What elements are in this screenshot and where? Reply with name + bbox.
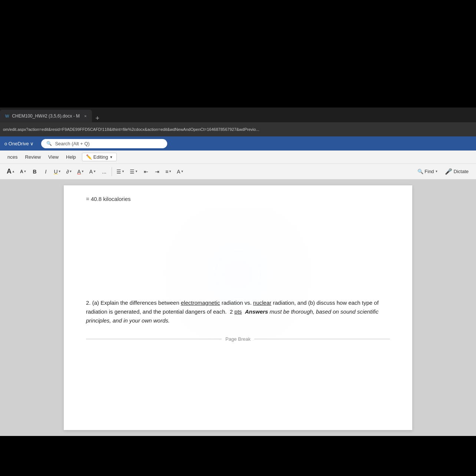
font-caret-down: ▼ — [24, 170, 27, 173]
list1-arrow: ▼ — [122, 170, 125, 173]
menu-bar: nces Review View Help ✏️ Editing ▼ — [0, 151, 476, 164]
font-caret-up: ▲ — [12, 170, 15, 173]
highlight-icon: ∂ — [66, 169, 69, 175]
style-icon: A — [177, 169, 180, 175]
svg-line-13 — [143, 238, 238, 274]
underline-button[interactable]: U ▼ — [52, 167, 63, 176]
tab-title: CHEM100_HW#2 (3,5,6).docx - M — [12, 113, 80, 119]
answers-word: Answers — [245, 308, 268, 315]
separator-1 — [112, 167, 112, 176]
font-color2-arrow: ▼ — [93, 170, 96, 173]
align-icon: ≡ — [165, 169, 168, 175]
bullet-list-button[interactable]: ☰ ▼ — [114, 167, 127, 176]
highlight-arrow: ▼ — [69, 170, 72, 173]
browser-chrome: W CHEM100_HW#2 (3,5,6).docx - M × + om/e… — [0, 108, 476, 136]
nuclear-word: nuclear — [253, 300, 271, 306]
pencil-icon: ✏️ — [86, 154, 92, 160]
search-icon: 🔍 — [46, 141, 52, 146]
underline-arrow: ▼ — [58, 170, 61, 173]
increase-indent-icon: ⇥ — [155, 169, 159, 175]
list2-arrow: ▼ — [135, 170, 138, 173]
bold-button[interactable]: B — [30, 167, 40, 176]
align-arrow: ▼ — [169, 170, 172, 173]
font-a-small-icon: A — [20, 169, 23, 174]
find-label: Find — [424, 169, 434, 174]
find-arrow: ▼ — [435, 170, 438, 173]
font-size-small-btn[interactable]: A ▼ — [18, 168, 29, 176]
tab-bar: W CHEM100_HW#2 (3,5,6).docx - M × + — [0, 108, 476, 122]
more-icon: ... — [102, 169, 106, 175]
dictate-label: Dictate — [454, 169, 469, 174]
font-color-icon: A — [77, 169, 81, 175]
italic-button[interactable]: I — [41, 167, 51, 176]
question-text: 2. (a) Explain the differences between e… — [86, 298, 390, 325]
decrease-indent-button[interactable]: ⇤ — [141, 167, 151, 176]
font-color2-icon: A — [89, 169, 93, 175]
pts-word: pts — [234, 308, 242, 315]
font-color-arrow: ▼ — [81, 170, 84, 173]
font-color2-button[interactable]: A ▼ — [87, 167, 98, 176]
page-break: Page Break — [86, 336, 390, 342]
url-text: om/edit.aspx?action=edit&resid=F9ADE99FF… — [3, 127, 473, 132]
address-bar[interactable]: om/edit.aspx?action=edit&resid=F9ADE99FF… — [0, 122, 476, 136]
align-button[interactable]: ≡ ▼ — [163, 167, 174, 176]
new-tab-button[interactable]: + — [92, 115, 103, 122]
editing-mode-button[interactable]: ✏️ Editing ▼ — [82, 153, 117, 161]
svg-line-7 — [238, 212, 314, 274]
font-size-large-btn[interactable]: A ▲ — [4, 166, 17, 177]
find-search-icon: 🔍 — [417, 169, 423, 174]
page-break-label: Page Break — [225, 336, 251, 342]
style-button[interactable]: A ▼ — [175, 167, 186, 176]
ribbon-container: o OneDrive ∨ 🔍 Search (Alt + Q) nces Rev… — [0, 136, 476, 179]
decrease-indent-icon: ⇤ — [144, 169, 148, 175]
onedrive-link[interactable]: o OneDrive ∨ — [4, 141, 34, 146]
search-placeholder-text: Search (Alt + Q) — [55, 141, 90, 146]
screen-container: W CHEM100_HW#2 (3,5,6).docx - M × + om/e… — [0, 0, 476, 476]
document-area: = 40.8 kilocalories — [0, 179, 476, 436]
browser-tab[interactable]: W CHEM100_HW#2 (3,5,6).docx - M × — [0, 110, 92, 122]
svg-point-2 — [215, 252, 261, 297]
tab-close-button[interactable]: × — [84, 114, 86, 118]
svg-point-1 — [227, 263, 249, 286]
right-tools: 🔍 Find ▼ 🎤 Dictate — [415, 167, 472, 176]
dictate-button[interactable]: 🎤 Dictate — [442, 167, 472, 176]
highlight-button[interactable]: ∂ ▼ — [64, 167, 75, 176]
format-toolbar: A ▲ A ▼ B I U ▼ ∂ ▼ — [0, 164, 476, 179]
kilocalories-line: = 40.8 kilocalories — [86, 196, 390, 202]
font-a-large-icon: A — [7, 168, 11, 175]
electromagnetic-word: electromagnetic — [181, 300, 220, 306]
page-content: = 40.8 kilocalories — [64, 185, 412, 430]
must-be-text: must be thorough, based on sound scienti… — [86, 308, 379, 324]
style-arrow: ▼ — [181, 170, 184, 173]
menu-review[interactable]: Review — [22, 153, 44, 161]
numbered-list-icon: ☰ — [130, 169, 135, 175]
font-color-button[interactable]: A ▼ — [75, 167, 86, 176]
menu-references[interactable]: nces — [4, 153, 20, 161]
onedrive-bar: o OneDrive ∨ 🔍 Search (Alt + Q) — [0, 136, 476, 151]
top-black-area — [0, 0, 476, 108]
mic-icon: 🎤 — [445, 168, 452, 175]
menu-view[interactable]: View — [45, 153, 62, 161]
increase-indent-button[interactable]: ⇥ — [152, 167, 162, 176]
search-box[interactable]: 🔍 Search (Alt + Q) — [41, 139, 167, 148]
editing-dropdown-arrow: ▼ — [110, 155, 113, 159]
italic-icon: I — [45, 169, 47, 175]
svg-line-12 — [162, 212, 238, 274]
more-button[interactable]: ... — [99, 167, 109, 176]
bullet-list-icon: ☰ — [116, 169, 121, 175]
underline-icon: U — [54, 169, 58, 175]
menu-help[interactable]: Help — [63, 153, 79, 161]
bold-icon: B — [33, 169, 36, 175]
numbered-list-button[interactable]: ☰ ▼ — [128, 167, 140, 176]
word-icon: W — [5, 114, 9, 118]
find-button[interactable]: 🔍 Find ▼ — [415, 168, 440, 175]
svg-line-8 — [238, 238, 333, 274]
editing-label: Editing — [93, 154, 108, 160]
